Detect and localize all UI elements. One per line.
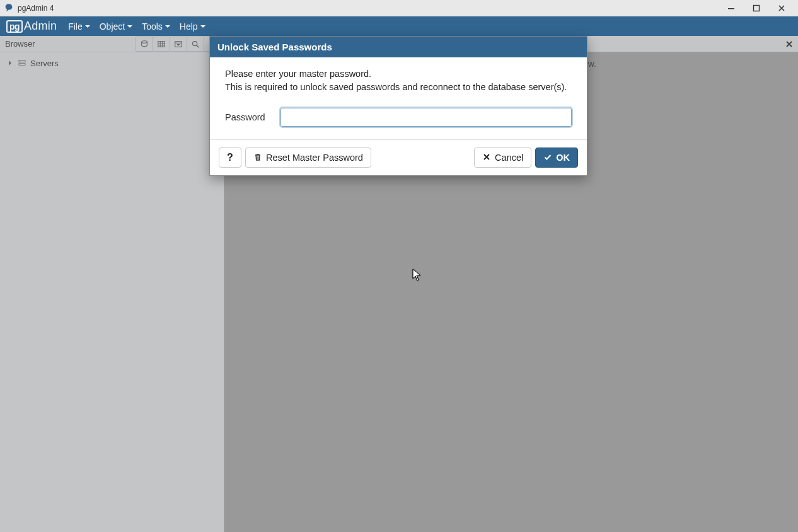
cancel-button[interactable]: Cancel bbox=[474, 147, 531, 168]
chevron-down-icon bbox=[165, 21, 171, 32]
chevron-right-icon[interactable] bbox=[6, 61, 14, 66]
svg-rect-3 bbox=[158, 41, 165, 47]
dialog-text-line1: Please enter your master password. bbox=[225, 67, 572, 81]
menubar: pg Admin File Object Tools Help bbox=[0, 16, 798, 36]
svg-rect-0 bbox=[728, 8, 734, 9]
view-data-button[interactable] bbox=[153, 37, 170, 52]
tree-label: Servers bbox=[30, 59, 59, 68]
menu-label: Help bbox=[180, 21, 198, 32]
tab-close-button[interactable] bbox=[780, 36, 798, 52]
menu-label: File bbox=[68, 21, 83, 32]
sidebar-toolbar bbox=[136, 37, 221, 52]
help-button[interactable]: ? bbox=[219, 147, 241, 168]
window-maximize-button[interactable] bbox=[744, 0, 769, 16]
brand-box: pg bbox=[6, 20, 23, 33]
window-titlebar: pgAdmin 4 bbox=[0, 0, 798, 16]
trash-icon bbox=[253, 153, 262, 163]
window-close-button[interactable] bbox=[769, 0, 794, 16]
query-tool-button[interactable] bbox=[136, 37, 153, 52]
dialog-body: Please enter your master password. This … bbox=[210, 57, 587, 139]
app-icon bbox=[4, 3, 14, 13]
svg-point-2 bbox=[142, 40, 147, 43]
password-row: Password bbox=[225, 108, 572, 127]
brand-logo: pg Admin bbox=[6, 20, 57, 33]
object-tree[interactable]: Servers bbox=[0, 52, 224, 74]
ok-button[interactable]: OK bbox=[535, 147, 578, 168]
svg-point-5 bbox=[193, 41, 197, 45]
svg-rect-1 bbox=[754, 6, 760, 11]
dialog-footer: ? Reset Master Password Cancel OK bbox=[210, 139, 587, 175]
browser-sidebar: Browser bbox=[0, 36, 224, 532]
check-icon bbox=[543, 153, 552, 163]
sidebar-title: Browser bbox=[5, 39, 35, 49]
menu-help[interactable]: Help bbox=[180, 21, 206, 32]
dialog-text-line2: This is required to unlock saved passwor… bbox=[225, 81, 572, 94]
button-label: Reset Master Password bbox=[266, 153, 363, 163]
brand-text: Admin bbox=[24, 20, 57, 33]
password-input[interactable] bbox=[280, 108, 572, 127]
button-label: OK bbox=[556, 153, 570, 163]
svg-point-9 bbox=[20, 64, 20, 64]
password-label: Password bbox=[225, 112, 280, 122]
menu-object[interactable]: Object bbox=[100, 21, 133, 32]
hint-fragment: w. bbox=[588, 59, 596, 69]
help-icon: ? bbox=[227, 152, 233, 163]
search-objects-button[interactable] bbox=[187, 37, 204, 52]
sidebar-header: Browser bbox=[0, 36, 224, 52]
tree-row-servers[interactable]: Servers bbox=[0, 56, 224, 70]
menu-file[interactable]: File bbox=[68, 21, 91, 32]
chevron-down-icon bbox=[127, 21, 133, 32]
button-label: Cancel bbox=[495, 153, 523, 163]
server-group-icon bbox=[16, 59, 28, 67]
chevron-down-icon bbox=[200, 21, 206, 32]
svg-point-8 bbox=[20, 61, 20, 61]
filter-rows-button[interactable] bbox=[170, 37, 187, 52]
workspace: Browser bbox=[0, 36, 798, 532]
chevron-down-icon bbox=[84, 21, 91, 32]
window-title: pgAdmin 4 bbox=[18, 4, 54, 13]
dialog-title: Unlock Saved Passwords bbox=[210, 37, 587, 57]
menu-label: Object bbox=[100, 21, 125, 32]
close-icon bbox=[482, 153, 491, 163]
unlock-passwords-dialog: Unlock Saved Passwords Please enter your… bbox=[209, 36, 587, 176]
reset-master-password-button[interactable]: Reset Master Password bbox=[245, 147, 371, 168]
menu-label: Tools bbox=[142, 21, 163, 32]
window-minimize-button[interactable] bbox=[719, 0, 744, 16]
menu-tools[interactable]: Tools bbox=[142, 21, 171, 32]
